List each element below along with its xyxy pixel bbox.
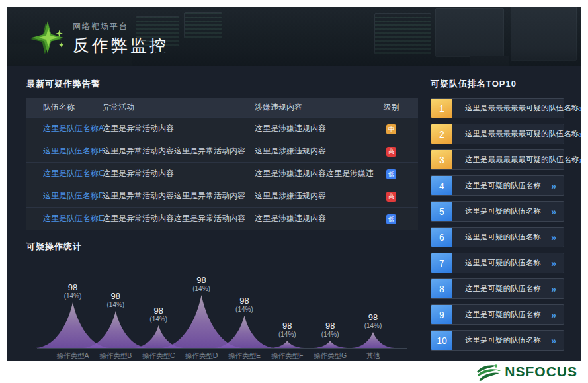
abnormal-activity-cell: 这里是异常活动内容 <box>103 168 255 179</box>
alerts-table: 队伍名称异常活动涉嫌违规内容级别这里是队伍名称A这里是异常活动内容这里是涉嫌违规… <box>26 98 418 230</box>
abnormal-activity-cell: 这里是异常活动内容这里是异常活动内容 <box>103 213 255 224</box>
rank-number-badge: 8 <box>431 279 452 298</box>
ranking-item-body: 这里是最最最最最可疑的队伍名称» <box>452 150 581 169</box>
percent-label: (14%) <box>235 306 253 313</box>
rank-number-badge: 9 <box>431 305 452 324</box>
ranking-item-body: 这里是最最最最最可疑的队伍名称» <box>452 99 581 118</box>
ranking-item-body: 这里是可疑的队伍名称» <box>452 253 564 273</box>
team-name-link[interactable]: 这里是队伍名称E <box>43 213 103 224</box>
ranking-team-name: 这里是可疑的队伍名称 <box>465 284 541 294</box>
ranking-item[interactable]: 9这里是可疑的队伍名称» <box>431 304 564 325</box>
percent-label: (14%) <box>192 285 210 292</box>
right-column: 可疑队伍排名TOP10 1这里是最最最最最可疑的队伍名称»2这里是最最最最最可疑… <box>431 75 564 361</box>
peak-area <box>36 302 110 348</box>
ranking-item[interactable]: 6这里是可疑的队伍名称» <box>431 227 564 247</box>
double-chevron-icon: » <box>551 232 556 243</box>
chart-section: 可疑操作统计 98(14%)操作类型A98(14%)操作类型B98(14%)操作… <box>26 241 418 361</box>
ranking-team-name: 这里是可疑的队伍名称 <box>465 335 541 345</box>
rank-number-badge: 10 <box>431 331 452 350</box>
team-name-link[interactable]: 这里是队伍名称B <box>43 146 103 157</box>
ranking-team-name: 这里是最最最最最可疑的队伍名称 <box>465 129 579 139</box>
app-header: 网络靶场平台 反作弊监控 <box>7 7 581 66</box>
platform-logo-icon <box>29 20 66 57</box>
ranking-item-body: 这里是可疑的队伍名称» <box>452 176 564 195</box>
ranking-team-name: 这里是可疑的队伍名称 <box>465 232 541 242</box>
category-label: 其他 <box>366 351 380 359</box>
percent-label: (14%) <box>364 322 382 329</box>
column-header: 异常活动 <box>103 102 255 113</box>
rank-number-badge: 4 <box>431 176 452 195</box>
table-row: 这里是队伍名称B这里是异常活动内容这里是异常活动内容这里是涉嫌违规内容高 <box>26 140 418 162</box>
team-name-link[interactable]: 这里是队伍名称A <box>43 123 103 134</box>
ranking-section-title: 可疑队伍排名TOP10 <box>431 78 564 90</box>
category-label: 操作类型A <box>56 351 89 359</box>
ranking-item-body: 这里是可疑的队伍名称» <box>452 202 564 221</box>
ranking-item[interactable]: 10这里是可疑的队伍名称» <box>431 330 564 351</box>
alerts-section-title: 最新可疑作弊告警 <box>26 78 418 90</box>
level-badge: 高 <box>386 192 396 202</box>
peak-area <box>161 295 242 348</box>
abnormal-activity-cell: 这里是异常活动内容 <box>103 123 255 134</box>
app-window: 网络靶场平台 反作弊监控 最新可疑作弊告警 队伍名称异常活动涉嫌违规内容级别这里… <box>7 7 581 361</box>
alerts-table-header-row: 队伍名称异常活动涉嫌违规内容级别 <box>26 98 418 117</box>
category-label: 操作类型G <box>314 351 347 359</box>
violation-content-cell: 这里是涉嫌违规内容 <box>255 146 374 157</box>
level-badge: 高 <box>386 147 396 157</box>
ranking-item[interactable]: 1这里是最最最最最可疑的队伍名称» <box>431 98 564 118</box>
rank-number-badge: 1 <box>431 99 452 118</box>
value-label: 98 <box>368 312 378 322</box>
category-label: 操作类型E <box>228 351 261 359</box>
level-cell: 高 <box>374 191 409 202</box>
value-label: 98 <box>282 321 292 331</box>
ranking-item[interactable]: 8这里是可疑的队伍名称» <box>431 278 564 299</box>
team-name-link[interactable]: 这里是队伍名称D <box>43 191 103 202</box>
violation-content-cell: 这里是涉嫌违规内容 <box>255 213 374 224</box>
level-badge: 中 <box>386 124 396 134</box>
ranking-team-name: 这里是可疑的队伍名称 <box>465 181 541 191</box>
rank-number-badge: 6 <box>431 228 452 247</box>
violation-content-cell: 这里是涉嫌违规内容这里是涉嫌违规内容 <box>255 168 374 179</box>
abnormal-activity-cell: 这里是异常活动内容这里是异常活动内容 <box>103 191 255 202</box>
main-content: 最新可疑作弊告警 队伍名称异常活动涉嫌违规内容级别这里是队伍名称A这里是异常活动… <box>7 66 581 361</box>
chart-section-title: 可疑操作统计 <box>26 241 418 253</box>
peak-area <box>313 341 347 348</box>
abnormal-activity-cell: 这里是异常活动内容这里是异常活动内容 <box>103 146 255 157</box>
table-row: 这里是队伍名称A这里是异常活动内容这里是涉嫌违规内容中 <box>26 117 418 140</box>
value-label: 98 <box>325 321 335 331</box>
column-header: 涉嫌违规内容 <box>255 102 374 113</box>
ranking-item[interactable]: 7这里是可疑的队伍名称» <box>431 253 564 273</box>
nsfocus-logo-icon <box>476 363 501 381</box>
table-row: 这里是队伍名称C这里是异常活动内容这里是涉嫌违规内容这里是涉嫌违规内容低 <box>26 162 418 185</box>
level-cell: 低 <box>374 169 409 179</box>
value-label: 98 <box>111 291 120 301</box>
ranking-team-name: 这里是可疑的队伍名称 <box>465 258 541 268</box>
ranking-item[interactable]: 2这里是最最最最最可疑的队伍名称» <box>431 124 564 144</box>
suspicious-operations-chart: 98(14%)操作类型A98(14%)操作类型B98(14%)操作类型C98(1… <box>26 261 418 361</box>
percent-label: (14%) <box>107 301 125 308</box>
team-name-link[interactable]: 这里是队伍名称C <box>43 168 103 179</box>
percent-label: (14%) <box>149 316 167 323</box>
ranking-item-body: 这里是可疑的队伍名称» <box>452 279 564 298</box>
ranking-item[interactable]: 4这里是可疑的队伍名称» <box>431 175 564 196</box>
peak-area <box>352 332 395 348</box>
ranking-item[interactable]: 3这里是最最最最最可疑的队伍名称» <box>431 149 564 170</box>
column-header: 级别 <box>374 102 409 113</box>
rank-number-badge: 2 <box>431 124 452 144</box>
ranking-item-body: 这里是可疑的队伍名称» <box>452 228 564 247</box>
ranking-team-name: 这里是最最最最最可疑的队伍名称 <box>465 103 579 113</box>
double-chevron-icon: » <box>551 181 556 191</box>
violation-content-cell: 这里是涉嫌违规内容 <box>255 123 374 134</box>
percent-label: (14%) <box>278 331 296 338</box>
double-chevron-icon: » <box>579 155 582 165</box>
ranking-item-body: 这里是最最最最最可疑的队伍名称» <box>452 124 581 144</box>
page-footer: NSFOCUS <box>0 361 588 383</box>
level-badge: 低 <box>386 169 396 179</box>
nsfocus-logo-text: NSFOCUS <box>505 364 577 380</box>
ranking-item[interactable]: 5这里是可疑的队伍名称» <box>431 201 564 222</box>
double-chevron-icon: » <box>551 258 556 269</box>
value-label: 98 <box>239 296 249 306</box>
page: 网络靶场平台 反作弊监控 最新可疑作弊告警 队伍名称异常活动涉嫌违规内容级别这里… <box>0 0 588 383</box>
column-header: 队伍名称 <box>43 102 103 113</box>
double-chevron-icon: » <box>579 103 582 114</box>
ranking-team-name: 这里是最最最最最可疑的队伍名称 <box>465 155 579 165</box>
